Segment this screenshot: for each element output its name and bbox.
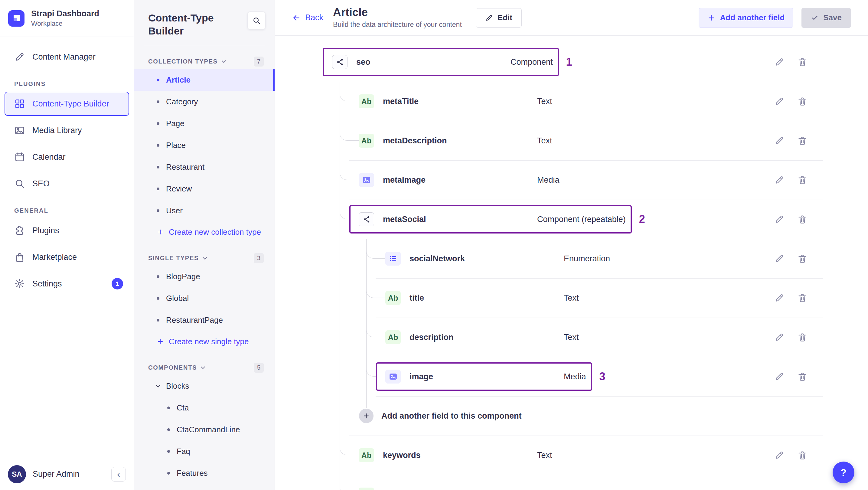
single-type-blogpage[interactable]: BlogPage — [134, 266, 275, 287]
row-separator — [349, 160, 823, 161]
section-label: SINGLE TYPES — [148, 255, 199, 262]
sidebar-item-calendar[interactable]: Calendar — [4, 145, 129, 169]
edit-field-button[interactable] — [774, 371, 785, 382]
collection-type-restaurant[interactable]: Restaurant — [134, 156, 275, 178]
collection-type-article[interactable]: Article — [134, 69, 275, 91]
component-cta[interactable]: Cta — [134, 397, 275, 419]
delete-field-button[interactable] — [797, 96, 808, 107]
field-name: socialNetwork — [409, 254, 564, 264]
sidebar-item-content-type-builder[interactable]: Content-Type Builder — [4, 92, 129, 116]
gear-icon — [14, 278, 25, 289]
create-new-collection-type-link[interactable]: Create new collection type — [134, 221, 275, 243]
field-row-keywords: Ab keywords Text — [275, 435, 868, 475]
collapse-sidebar-button[interactable]: ‹ — [111, 467, 126, 482]
components-group-blocks[interactable]: Blocks — [134, 375, 275, 397]
sidebar-item-seo[interactable]: SEO — [4, 172, 129, 196]
sidebar-item-label: Plugins — [32, 226, 59, 235]
component-features[interactable]: Features — [134, 462, 275, 484]
field-type: Media — [564, 372, 586, 381]
item-label: Article — [166, 75, 190, 85]
bullet-icon — [167, 428, 170, 431]
row-separator — [349, 200, 823, 200]
components-header[interactable]: COMPONENTS 5 — [134, 360, 275, 375]
bullet-icon — [157, 100, 159, 103]
layout-grid-icon — [14, 98, 25, 109]
edit-field-button[interactable] — [774, 214, 785, 225]
edit-field-button[interactable] — [774, 293, 785, 303]
save-button[interactable]: Save — [802, 8, 851, 28]
sidebar-item-marketplace[interactable]: Marketplace — [4, 245, 129, 269]
component-faq[interactable]: Faq — [134, 440, 275, 462]
workspace-title: Strapi Dashboard — [31, 9, 99, 19]
delete-field-button[interactable] — [797, 214, 808, 225]
field-row-core[interactable]: Ab title Text — [376, 284, 585, 312]
edit-field-button[interactable] — [774, 450, 785, 461]
edit-field-button[interactable] — [774, 135, 785, 146]
collection-type-user[interactable]: User — [134, 200, 275, 221]
field-row-core[interactable]: metaSocial Component (repeatable) — [349, 205, 632, 234]
bullet-icon — [157, 275, 159, 278]
delete-field-button[interactable] — [797, 135, 808, 146]
section-label: COLLECTION TYPES — [148, 58, 218, 65]
field-row-core[interactable]: image Media — [376, 362, 592, 391]
edit-field-button[interactable] — [774, 253, 785, 264]
single-types-count: 3 — [254, 253, 264, 263]
help-button[interactable]: ? — [833, 462, 855, 483]
collection-types-header[interactable]: COLLECTION TYPES 7 — [134, 54, 275, 69]
field-row-core[interactable]: Ab metaDescription Text — [349, 126, 558, 155]
field-type: Text — [537, 451, 552, 460]
add-field-label[interactable]: Add another field to this component — [381, 411, 521, 421]
search-button[interactable] — [247, 11, 266, 30]
sidebar-item-plugins[interactable]: Plugins — [4, 218, 129, 243]
avatar[interactable]: SA — [8, 465, 26, 483]
collection-type-review[interactable]: Review — [134, 178, 275, 200]
collection-type-category[interactable]: Category — [134, 91, 275, 113]
delete-field-button[interactable] — [797, 253, 808, 264]
delete-field-button[interactable] — [797, 450, 808, 461]
field-row-core[interactable]: Ab description Text — [376, 323, 585, 351]
edit-button[interactable]: Edit — [476, 8, 522, 28]
add-another-field-button[interactable]: Add another field — [699, 8, 793, 28]
field-row-core[interactable]: Ab metaTitle Text — [349, 87, 558, 116]
calendar-icon — [14, 152, 25, 162]
field-row-metaimage: metaImage Media — [275, 160, 868, 200]
field-row-metatitle: Ab metaTitle Text — [275, 82, 868, 121]
section-label: COMPONENTS — [148, 364, 197, 371]
create-new-single-type-link[interactable]: Create new single type — [134, 331, 275, 352]
field-row-socialnetwork: socialNetwork Enumeration — [275, 239, 868, 278]
edit-field-button[interactable] — [774, 175, 785, 185]
delete-field-button[interactable] — [797, 371, 808, 382]
field-name: metaImage — [383, 176, 537, 185]
item-label: Cta — [177, 403, 189, 412]
collection-type-place[interactable]: Place — [134, 134, 275, 156]
delete-field-button[interactable] — [797, 293, 808, 303]
screen: Strapi Dashboard Workplace Content Manag… — [0, 0, 868, 490]
nav-section-plugins: PLUGINS — [14, 81, 129, 87]
delete-field-button[interactable] — [797, 175, 808, 185]
field-type: Text — [537, 136, 552, 146]
single-type-global[interactable]: Global — [134, 287, 275, 309]
single-types-header[interactable]: SINGLE TYPES 3 — [134, 250, 275, 266]
edit-field-button[interactable] — [774, 57, 785, 67]
user-name: Super Admin — [33, 469, 80, 479]
field-row-core[interactable]: metaImage Media — [349, 166, 565, 194]
field-row-core[interactable]: seo Component — [323, 48, 559, 76]
back-link[interactable]: Back — [292, 13, 323, 22]
field-row-core[interactable]: Ab keywords Text — [349, 441, 558, 469]
single-type-restaurantpage[interactable]: RestaurantPage — [134, 309, 275, 331]
field-type: Text — [564, 294, 579, 303]
sidebar-item-media-library[interactable]: Media Library — [4, 118, 129, 143]
bullet-icon — [157, 209, 159, 212]
field-row-core[interactable]: Ab metaRobots Text — [349, 480, 558, 490]
collection-type-page[interactable]: Page — [134, 113, 275, 134]
edit-field-button[interactable] — [774, 96, 785, 107]
sidebar-item-content-manager[interactable]: Content Manager — [4, 45, 129, 69]
add-field-to-component-button[interactable] — [359, 409, 373, 423]
sidebar-item-settings[interactable]: Settings 1 — [4, 272, 129, 296]
plus-icon — [157, 228, 164, 236]
component-ctacommandline[interactable]: CtaCommandLine — [134, 419, 275, 440]
delete-field-button[interactable] — [797, 57, 808, 67]
delete-field-button[interactable] — [797, 332, 808, 343]
edit-field-button[interactable] — [774, 332, 785, 343]
field-row-core[interactable]: socialNetwork Enumeration — [376, 244, 616, 273]
